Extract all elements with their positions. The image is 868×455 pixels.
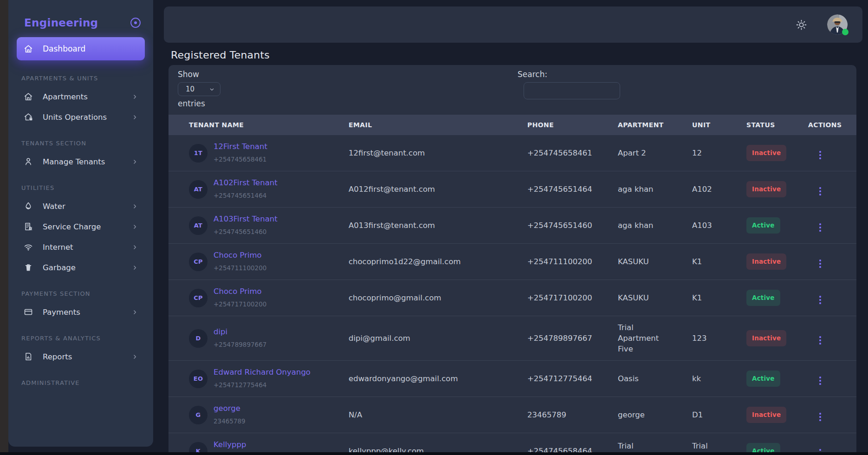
tenant-email: dipi@gmail.com xyxy=(349,333,527,344)
status-badge: Active xyxy=(746,290,780,306)
tenant-name-link[interactable]: Choco Primo xyxy=(214,250,266,260)
status-badge: Inactive xyxy=(746,330,786,346)
column-header-actions[interactable]: ACTIONS xyxy=(808,121,856,129)
search-input[interactable] xyxy=(524,82,620,99)
status-badge: Active xyxy=(746,217,780,234)
chevron-right-icon xyxy=(131,353,138,360)
tenant-sub-phone: +254745651460 xyxy=(214,227,278,237)
chevron-right-icon xyxy=(131,114,138,121)
search-control: Search: xyxy=(518,70,620,99)
column-header-email[interactable]: EMAIL xyxy=(349,121,527,129)
column-header-status[interactable]: STATUS xyxy=(746,121,808,129)
sidebar-item-service-charge[interactable]: Service Charge xyxy=(18,218,144,235)
sidebar-section-label: ADMINISTRATIVE xyxy=(21,379,140,386)
tenant-apartment: KASUKU xyxy=(618,292,692,303)
tenant-apartment: aga khan xyxy=(618,220,692,231)
row-actions-menu-icon[interactable] xyxy=(817,294,823,306)
brand-title: Engineering xyxy=(24,17,98,29)
tenant-sub-phone: 23465789 xyxy=(214,416,246,427)
tenant-unit: kk xyxy=(692,373,746,384)
table-row: 1T 12First Tenant +254745658461 12first@… xyxy=(168,135,856,171)
tenant-name-link[interactable]: 12First Tenant xyxy=(214,141,267,152)
table-row: AT A103First Tenant +254745651460 A013fi… xyxy=(168,207,856,243)
chevron-right-icon xyxy=(131,244,138,251)
tenant-name-link[interactable]: A102First Tenant xyxy=(214,177,278,188)
tenant-name-link[interactable]: Choco Primo xyxy=(214,286,266,297)
status-cell: Active xyxy=(746,217,808,234)
sun-icon[interactable] xyxy=(795,19,808,31)
chevron-right-icon xyxy=(131,158,138,165)
page-size-select[interactable]: 10 xyxy=(178,82,220,96)
person-icon xyxy=(23,156,33,167)
sidebar-item-manage-tenants[interactable]: Manage Tenants xyxy=(18,153,144,170)
window-edge xyxy=(0,0,8,455)
tenant-sub-phone: +254711100200 xyxy=(214,263,266,273)
tenant-phone: +254789897667 xyxy=(527,333,618,344)
status-badge: Inactive xyxy=(746,145,786,161)
tenant-name-link[interactable]: Kellyppp xyxy=(214,439,266,450)
status-cell: Active xyxy=(746,370,808,387)
table-row: CP Choco Primo +254711100200 chocoprimo1… xyxy=(168,243,856,280)
tenant-email: chocoprimo@gmail.com xyxy=(349,292,527,303)
home-icon xyxy=(23,91,33,102)
column-header-tenant-name[interactable]: TENANT NAME xyxy=(168,121,349,129)
tenant-email: A012first@tenant.com xyxy=(349,184,527,195)
tenant-email: edwardonyango@gmail.com xyxy=(349,373,527,384)
column-header-phone[interactable]: PHONE xyxy=(527,121,618,129)
table-row: G george 23465789 N/A 23465789 george D1… xyxy=(168,396,856,433)
droplet-icon xyxy=(23,201,33,211)
status-badge: Inactive xyxy=(746,407,786,423)
column-header-unit[interactable]: UNIT xyxy=(692,121,746,129)
sidebar-item-dashboard[interactable]: Dashboard xyxy=(17,37,145,60)
status-cell: Inactive xyxy=(746,330,808,346)
row-actions-menu-icon[interactable] xyxy=(817,221,823,234)
tenant-name-link[interactable]: A103First Tenant xyxy=(214,214,278,224)
status-cell: Inactive xyxy=(746,181,808,197)
sidebar-item-units-operations[interactable]: Units Operations xyxy=(18,109,144,125)
tenant-initials-avatar: G xyxy=(189,406,207,424)
actions-cell xyxy=(808,217,856,234)
row-actions-menu-icon[interactable] xyxy=(817,411,823,423)
tenant-initials-avatar: 1T xyxy=(189,144,207,162)
tenant-initials-avatar: AT xyxy=(189,216,207,235)
row-actions-menu-icon[interactable] xyxy=(817,334,823,346)
tenant-name-link[interactable]: dipi xyxy=(214,326,266,337)
sidebar-item-apartments[interactable]: Apartments xyxy=(18,88,144,105)
table-row: CP Choco Primo +254717100200 chocoprimo@… xyxy=(168,280,856,316)
credit-card-icon xyxy=(23,307,33,317)
sidebar-item-internet[interactable]: Internet xyxy=(18,239,144,255)
table-body: 1T 12First Tenant +254745658461 12first@… xyxy=(168,135,856,455)
chevron-right-icon xyxy=(131,309,138,316)
user-avatar[interactable] xyxy=(827,14,848,35)
tenant-initials-avatar: EO xyxy=(189,370,207,388)
tenant-name-link[interactable]: Edward Richard Onyango xyxy=(214,367,311,377)
tenant-cell: D dipi +254789897667 xyxy=(168,326,349,350)
tenant-unit: K1 xyxy=(692,292,746,303)
row-actions-menu-icon[interactable] xyxy=(817,149,823,161)
sidebar-section-label: REPORTS & ANALYTICS xyxy=(21,335,140,342)
status-cell: Inactive xyxy=(746,254,808,270)
tenants-table: TENANT NAMEEMAILPHONEAPARTMENTUNITSTATUS… xyxy=(168,115,856,455)
circle-dot-icon[interactable] xyxy=(129,16,142,29)
tenant-unit: K1 xyxy=(692,256,746,267)
sidebar-item-payments[interactable]: Payments xyxy=(18,304,144,320)
tenant-phone: +254745651460 xyxy=(527,220,618,231)
tenant-name-link[interactable]: george xyxy=(214,403,246,414)
topbar xyxy=(164,6,862,43)
tenant-cell: CP Choco Primo +254717100200 xyxy=(168,286,349,310)
tenant-initials-avatar: AT xyxy=(189,180,207,199)
row-actions-menu-icon[interactable] xyxy=(817,185,823,197)
actions-cell xyxy=(808,181,856,197)
sidebar-item-reports[interactable]: Reports xyxy=(18,348,144,365)
sidebar-item-garbage[interactable]: Garbage xyxy=(18,259,144,276)
sidebar-item-water[interactable]: Water xyxy=(18,198,144,214)
row-actions-menu-icon[interactable] xyxy=(817,258,823,270)
status-badge: Inactive xyxy=(746,181,786,197)
column-header-apartment[interactable]: APARTMENT xyxy=(618,121,692,129)
tenant-sub-phone: +254745651464 xyxy=(214,190,278,201)
row-actions-menu-icon[interactable] xyxy=(817,375,823,387)
table-row: EO Edward Richard Onyango +254712775464 … xyxy=(168,360,856,396)
tenant-initials-avatar: CP xyxy=(189,289,207,307)
tenant-unit: 123 xyxy=(692,333,746,344)
tenant-email: chocoprimo1d22@gmail.com xyxy=(349,256,527,267)
